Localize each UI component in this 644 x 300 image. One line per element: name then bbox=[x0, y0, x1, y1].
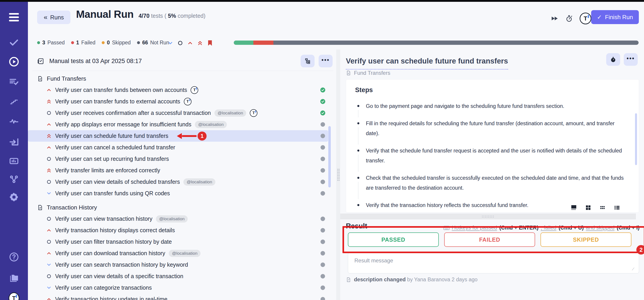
suite-doc-icon bbox=[346, 70, 351, 76]
status-notrun-icon[interactable] bbox=[320, 262, 326, 267]
steps-scrollbar[interactable] bbox=[635, 113, 637, 165]
sidebar-item-pull-requests[interactable] bbox=[8, 136, 19, 147]
status-notrun-icon[interactable] bbox=[320, 274, 326, 279]
test-row[interactable]: Verify user can search transaction histo… bbox=[28, 259, 328, 270]
result-message-input[interactable] bbox=[348, 253, 639, 273]
detail-options-button[interactable]: ••• bbox=[624, 53, 638, 66]
list-scrollbar[interactable] bbox=[328, 126, 331, 187]
status-notrun-icon[interactable] bbox=[320, 251, 326, 256]
test-row[interactable]: Verify user can transfer funds to extern… bbox=[28, 96, 328, 107]
result-passed-button[interactable]: PASSED bbox=[348, 232, 439, 247]
breadcrumb[interactable]: Fund Transfers bbox=[346, 70, 390, 76]
view-large-icon[interactable] bbox=[571, 205, 576, 210]
status-notrun-icon[interactable] bbox=[320, 133, 326, 139]
test-row[interactable]: Verify transaction history updates in re… bbox=[28, 293, 328, 300]
suite-group-row[interactable]: Fund Transfers bbox=[28, 73, 336, 84]
test-row[interactable]: Verify user receives confirmation after … bbox=[28, 107, 328, 119]
run-progress-bar bbox=[234, 41, 638, 45]
suite-doc-icon bbox=[37, 76, 43, 82]
test-row[interactable]: Verify user can cancel a scheduled fund … bbox=[28, 142, 328, 153]
status-notrun-icon[interactable] bbox=[320, 145, 326, 150]
status-passed-icon[interactable] bbox=[320, 110, 326, 116]
result-skipped-button[interactable]: SKIPPED bbox=[540, 232, 632, 247]
status-notrun-icon[interactable] bbox=[320, 156, 326, 161]
status-notrun-icon[interactable] bbox=[320, 191, 326, 196]
fast-forward-icon[interactable] bbox=[551, 15, 558, 22]
double-chevron-up-filter-icon[interactable] bbox=[197, 40, 203, 46]
test-row[interactable]: Verify user can transfer funds using QR … bbox=[28, 188, 328, 199]
tree-view-button[interactable] bbox=[300, 55, 314, 67]
sidebar-item-pulse[interactable] bbox=[8, 116, 19, 127]
menu-icon[interactable] bbox=[9, 13, 19, 22]
priority-highest-icon bbox=[46, 99, 52, 104]
view-list-icon[interactable] bbox=[614, 205, 620, 210]
priority-highest-icon bbox=[46, 133, 52, 139]
back-to-runs-button[interactable]: « Runs bbox=[37, 11, 70, 24]
status-notrun-icon[interactable] bbox=[320, 285, 326, 290]
test-row[interactable]: Verify user can download transaction his… bbox=[28, 247, 328, 259]
status-notrun-icon[interactable] bbox=[320, 168, 326, 173]
test-row[interactable]: Verify user can view details of schedule… bbox=[28, 176, 328, 188]
test-row[interactable]: Verify transfer limits are enforced corr… bbox=[28, 165, 328, 176]
chevron-down-filter-icon[interactable] bbox=[168, 40, 173, 46]
priority-filters bbox=[168, 40, 213, 46]
result-failed-button[interactable]: FAILED bbox=[444, 232, 535, 247]
test-title: Verify user can schedule future fund tra… bbox=[55, 133, 168, 139]
steps-card: Steps Go to the payment page and navigat… bbox=[346, 79, 639, 213]
status-notrun-icon[interactable] bbox=[320, 122, 326, 127]
status-notrun-icon[interactable] bbox=[320, 216, 326, 221]
finish-run-button[interactable]: ✓ Finish Run bbox=[591, 10, 639, 24]
test-row[interactable]: Verify transaction history displays corr… bbox=[28, 224, 328, 236]
bookmark-filter-icon[interactable] bbox=[207, 40, 213, 46]
status-notrun-icon[interactable] bbox=[320, 296, 326, 300]
sidebar-item-plans[interactable] bbox=[8, 76, 19, 87]
suite-group-row[interactable]: Transaction History bbox=[28, 202, 336, 213]
status-count-label: Failed bbox=[81, 40, 96, 46]
textarea-resize-handle[interactable]: ⟋ bbox=[632, 267, 635, 270]
chevron-up-filter-icon[interactable] bbox=[187, 40, 193, 46]
run-list-title: Manual tests at 03 Apr 2025 08:17 bbox=[49, 58, 142, 65]
test-row[interactable]: Verify user can filter transaction histo… bbox=[28, 236, 328, 247]
test-row[interactable]: Verify user can set up recurring fund tr… bbox=[28, 153, 328, 165]
timer-button[interactable] bbox=[606, 53, 620, 66]
test-row[interactable]: Verify app displays error message for in… bbox=[28, 119, 328, 130]
panel-resize-gutter[interactable] bbox=[336, 50, 340, 300]
steps-result-resize-handle[interactable] bbox=[340, 213, 636, 219]
circle-filter-icon[interactable] bbox=[177, 40, 183, 46]
test-row[interactable]: Verify user can transfer funds between o… bbox=[28, 84, 328, 96]
sidebar-item-runs[interactable] bbox=[8, 56, 19, 67]
list-options-button[interactable]: ••• bbox=[318, 55, 332, 67]
branches-icon bbox=[9, 174, 19, 184]
milestones-icon bbox=[9, 96, 19, 106]
priority-highest-icon bbox=[46, 168, 52, 173]
view-grid-3-icon[interactable] bbox=[600, 205, 605, 210]
status-notrun-icon[interactable] bbox=[320, 239, 326, 244]
status-passed-icon[interactable] bbox=[320, 87, 326, 93]
test-title: Verify transaction history displays corr… bbox=[55, 227, 175, 233]
sidebar-item-profile[interactable]: T bbox=[8, 293, 19, 300]
sidebar-item-milestones[interactable] bbox=[8, 96, 19, 107]
sidebar-item-tests[interactable] bbox=[8, 37, 19, 48]
status-notrun-icon[interactable] bbox=[320, 228, 326, 233]
status-count-skipped: 0Skipped bbox=[102, 40, 131, 46]
test-row[interactable]: Verify user can categorize transactions bbox=[28, 282, 328, 293]
sidebar-item-reports[interactable] bbox=[8, 156, 19, 166]
app-logo-icon[interactable]: T bbox=[580, 13, 591, 24]
status-passed-icon[interactable] bbox=[320, 99, 326, 104]
sidebar-item-help[interactable] bbox=[8, 251, 19, 262]
help-icon bbox=[9, 252, 19, 262]
sidebar-item-branches[interactable] bbox=[8, 174, 19, 184]
sidebar: T bbox=[0, 2, 28, 300]
test-row[interactable]: Verify user can schedule future fund tra… bbox=[28, 130, 328, 142]
tag-badge: @localisation bbox=[214, 109, 246, 117]
timer-icon[interactable] bbox=[565, 15, 573, 22]
view-grid-2-icon[interactable] bbox=[586, 205, 591, 210]
test-title: Verify transfer limits are enforced corr… bbox=[55, 167, 160, 174]
sidebar-item-projects[interactable] bbox=[8, 272, 19, 283]
status-count-value: 0 bbox=[107, 40, 110, 46]
sidebar-item-settings[interactable] bbox=[8, 192, 19, 202]
test-row[interactable]: Verify user can view transaction history… bbox=[28, 213, 328, 224]
test-title[interactable]: Verify user can schedule future fund tra… bbox=[346, 57, 508, 70]
status-notrun-icon[interactable] bbox=[320, 179, 326, 184]
test-row[interactable]: Verify user can view details of a specif… bbox=[28, 270, 328, 282]
